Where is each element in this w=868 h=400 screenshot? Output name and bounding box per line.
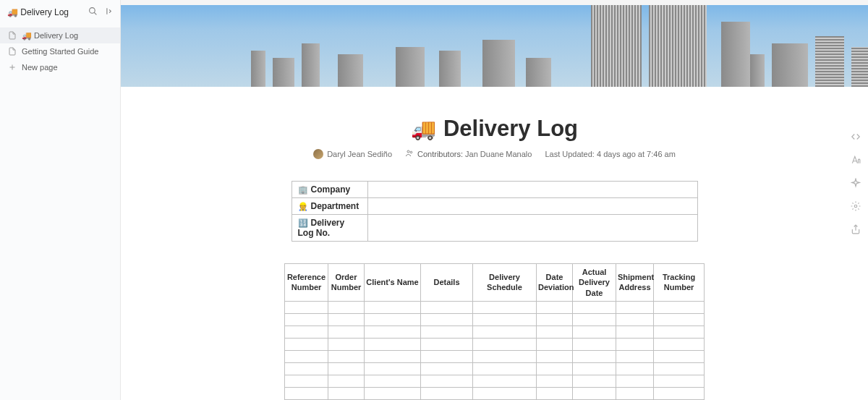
table-row[interactable] [285,350,705,362]
table-cell[interactable] [473,338,537,350]
table-cell[interactable] [473,325,537,338]
table-row[interactable] [285,325,705,338]
table-cell[interactable] [473,301,537,313]
table-cell[interactable] [421,362,473,375]
table-cell[interactable] [365,325,421,338]
table-cell[interactable] [421,313,473,325]
table-cell[interactable] [573,338,616,350]
table-cell[interactable] [654,313,705,325]
cover-image[interactable] [121,0,868,87]
table-cell[interactable] [421,375,473,387]
table-cell[interactable] [537,387,573,399]
table-cell[interactable] [328,375,365,387]
collapse-sidebar-icon[interactable] [103,6,113,19]
table-cell[interactable] [654,387,705,399]
table-cell[interactable] [285,350,328,362]
share-icon[interactable] [849,223,862,236]
table-cell[interactable] [421,325,473,338]
table-cell[interactable] [421,387,473,399]
table-cell[interactable] [285,338,328,350]
table-cell[interactable] [328,313,365,325]
table-cell[interactable] [573,301,616,313]
table-cell[interactable] [473,362,537,375]
table-cell[interactable] [328,387,365,399]
info-value-log-no[interactable] [367,215,697,242]
page-emoji[interactable]: 🚚 [411,117,436,141]
table-cell[interactable] [573,350,616,362]
table-row[interactable] [285,313,705,325]
table-cell[interactable] [285,387,328,399]
table-cell[interactable] [616,325,654,338]
table-cell[interactable] [328,325,365,338]
table-cell[interactable] [616,362,654,375]
search-icon[interactable] [88,6,98,19]
table-cell[interactable] [421,350,473,362]
table-cell[interactable] [328,301,365,313]
table-cell[interactable] [573,362,616,375]
table-cell[interactable] [365,301,421,313]
table-cell[interactable] [573,387,616,399]
table-cell[interactable] [365,313,421,325]
table-cell[interactable] [654,350,705,362]
info-row-company[interactable]: 🏢Company [292,182,697,198]
table-cell[interactable] [537,350,573,362]
table-cell[interactable] [573,325,616,338]
table-row[interactable] [285,338,705,350]
table-cell[interactable] [365,375,421,387]
info-row-log-no[interactable]: 🔢Delivery Log No. [292,215,697,242]
delivery-data-table[interactable]: Reference Number Order Number Client's N… [284,263,705,400]
table-cell[interactable] [421,338,473,350]
table-cell[interactable] [654,338,705,350]
table-row[interactable] [285,375,705,387]
table-cell[interactable] [365,350,421,362]
table-cell[interactable] [654,301,705,313]
table-cell[interactable] [365,338,421,350]
table-cell[interactable] [537,375,573,387]
table-cell[interactable] [421,301,473,313]
table-row[interactable] [285,362,705,375]
table-cell[interactable] [328,362,365,375]
table-cell[interactable] [328,338,365,350]
table-cell[interactable] [473,350,537,362]
table-cell[interactable] [654,362,705,375]
table-cell[interactable] [285,301,328,313]
table-cell[interactable] [537,362,573,375]
table-cell[interactable] [328,350,365,362]
page-title[interactable]: Delivery Log [443,116,578,142]
table-cell[interactable] [285,375,328,387]
table-row[interactable] [285,301,705,313]
table-cell[interactable] [473,387,537,399]
sidebar-item-delivery-log[interactable]: 🚚 Delivery Log [0,27,120,43]
sparkle-icon[interactable] [849,176,862,190]
table-cell[interactable] [654,375,705,387]
table-cell[interactable] [365,362,421,375]
sidebar-item-new-page[interactable]: New page [0,59,120,75]
table-cell[interactable] [537,313,573,325]
info-value-department[interactable] [367,198,697,215]
table-cell[interactable] [285,325,328,338]
table-cell[interactable] [573,375,616,387]
info-row-department[interactable]: 👷Department [292,198,697,215]
table-cell[interactable] [365,387,421,399]
table-cell[interactable] [616,375,654,387]
table-cell[interactable] [616,301,654,313]
info-value-company[interactable] [367,182,697,198]
settings-icon[interactable] [849,200,862,213]
table-cell[interactable] [616,313,654,325]
table-cell[interactable] [616,350,654,362]
expand-icon[interactable] [849,130,862,143]
table-cell[interactable] [473,313,537,325]
info-table[interactable]: 🏢Company 👷Department 🔢Delivery Log No. [292,181,698,242]
table-cell[interactable] [537,325,573,338]
table-cell[interactable] [616,387,654,399]
table-cell[interactable] [285,313,328,325]
sidebar-item-getting-started[interactable]: Getting Started Guide [0,43,120,59]
table-cell[interactable] [285,362,328,375]
table-row[interactable] [285,387,705,399]
table-cell[interactable] [537,338,573,350]
typography-icon[interactable] [849,153,862,166]
table-cell[interactable] [537,301,573,313]
table-cell[interactable] [473,375,537,387]
table-cell[interactable] [654,325,705,338]
table-cell[interactable] [573,313,616,325]
